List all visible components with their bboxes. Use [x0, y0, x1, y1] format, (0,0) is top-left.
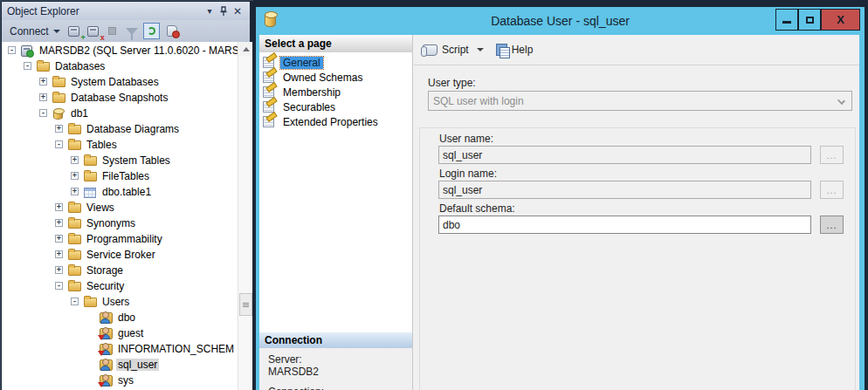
- login-name-input[interactable]: sql_user: [438, 181, 811, 199]
- tree-item-sql-user[interactable]: sql_user: [2, 357, 239, 373]
- tree-item-label: dbo.table1: [100, 186, 153, 198]
- object-explorer-title: Object Explorer: [7, 5, 203, 17]
- minimize-button[interactable]: [775, 9, 798, 31]
- tree-item-system-tables[interactable]: +System Tables: [2, 153, 239, 168]
- tree-item-programmability[interactable]: +Programmability: [2, 231, 239, 247]
- expand-icon[interactable]: +: [55, 235, 63, 243]
- tree-item-system-databases[interactable]: +System Databases: [2, 74, 239, 90]
- folder-icon: [68, 140, 81, 150]
- object-explorer-titlebar[interactable]: Object Explorer ▾ ✕: [2, 2, 250, 20]
- default-schema-browse-button[interactable]: ...: [820, 216, 844, 234]
- close-button[interactable]: X: [821, 9, 860, 31]
- page-item-owned-schemas[interactable]: Owned Schemas: [263, 70, 365, 85]
- object-explorer-panel: Object Explorer ▾ ✕ Connect + x -MARSDB2…: [0, 0, 253, 390]
- tree-item-label: Programmability: [85, 233, 164, 245]
- stop-icon: [104, 23, 121, 39]
- database-icon: [265, 12, 276, 27]
- expand-icon[interactable]: +: [39, 78, 47, 86]
- tree-item-storage[interactable]: +Storage: [2, 263, 239, 278]
- refresh-icon[interactable]: [142, 23, 162, 39]
- collapse-icon[interactable]: -: [55, 282, 63, 290]
- pin-icon[interactable]: [217, 5, 231, 17]
- tree-item-service-broker[interactable]: +Service Broker: [2, 247, 239, 263]
- tree-item-information-schem[interactable]: INFORMATION_SCHEM: [2, 341, 239, 357]
- select-page-pane: Select a page GeneralOwned SchemasMember…: [259, 35, 413, 390]
- tree-item-users[interactable]: -Users: [2, 294, 239, 310]
- scrollbar-thumb[interactable]: [239, 293, 252, 316]
- script-button[interactable]: Script: [423, 44, 484, 56]
- tree-item-marsdb2-sql-server-11-0-6020-marsd[interactable]: -MARSDB2 (SQL Server 11.0.6020 - MARSD: [2, 43, 239, 58]
- tree-item-label: dbo: [116, 311, 137, 324]
- collapse-icon[interactable]: -: [55, 140, 63, 148]
- tree-item-guest[interactable]: guest: [2, 325, 239, 341]
- help-icon: [496, 44, 507, 56]
- scrollbar-up-icon[interactable]: [239, 42, 252, 56]
- page-icon: [263, 57, 274, 68]
- expand-icon[interactable]: +: [71, 188, 79, 195]
- tree-item-filetables[interactable]: +FileTables: [2, 168, 239, 184]
- script-dropdown-icon[interactable]: [477, 48, 484, 51]
- filter-icon[interactable]: [123, 23, 141, 39]
- expand-icon[interactable]: +: [39, 93, 47, 101]
- tree-item-label: Database Snapshots: [69, 92, 169, 104]
- dialog-titlebar[interactable]: Database User - sql_user: [256, 7, 865, 35]
- expand-icon[interactable]: +: [71, 156, 79, 164]
- help-button[interactable]: Help: [496, 44, 534, 56]
- server-icon: [21, 45, 32, 57]
- database-user-dialog: Database User - sql_user X Select a page…: [256, 7, 865, 390]
- page-item-extended-properties[interactable]: Extended Properties: [263, 114, 381, 129]
- connection-info: Server: MARSDB2 Connection:: [259, 348, 412, 390]
- expand-icon[interactable]: +: [55, 203, 63, 211]
- user-type-select[interactable]: SQL user with login: [428, 91, 852, 111]
- tree-item-label: System Tables: [100, 154, 172, 167]
- tree-item-databases[interactable]: -Databases: [2, 58, 239, 74]
- connect-button[interactable]: Connect: [6, 23, 64, 40]
- expand-icon[interactable]: +: [71, 172, 79, 180]
- select-page-header: Select a page: [259, 35, 412, 52]
- tree-item-tables[interactable]: -Tables: [2, 137, 239, 153]
- connect-server-icon[interactable]: +: [65, 23, 83, 39]
- user-name-label: User name:: [439, 133, 493, 145]
- default-schema-label: Default schema:: [439, 202, 515, 215]
- tree-item-label: Database Diagrams: [85, 123, 181, 135]
- tree-item-db1[interactable]: -db1: [2, 106, 239, 121]
- tree-scrollbar[interactable]: [238, 42, 252, 390]
- object-explorer-toolbar: Connect + x: [2, 20, 250, 42]
- tree-item-label: Storage: [85, 264, 125, 277]
- user-type-value: SQL user with login: [433, 95, 524, 107]
- expand-icon[interactable]: +: [55, 219, 63, 227]
- collapse-icon[interactable]: -: [39, 109, 47, 117]
- tree-item-security[interactable]: -Security: [2, 278, 239, 294]
- screen: Object Explorer ▾ ✕ Connect + x -MARSDB2…: [0, 0, 868, 390]
- tree-item-views[interactable]: +Views: [2, 200, 239, 216]
- disconnect-server-icon[interactable]: x: [85, 23, 102, 39]
- server-value: MARSDB2: [268, 366, 412, 378]
- maximize-button[interactable]: [798, 9, 821, 31]
- collapse-icon[interactable]: -: [24, 62, 31, 70]
- tree-item-dbo-table1[interactable]: +dbo.table1: [2, 184, 239, 200]
- collapse-icon[interactable]: -: [71, 298, 79, 305]
- folder-icon: [84, 156, 97, 166]
- folder-icon: [68, 266, 81, 276]
- folder-icon: [68, 203, 81, 213]
- window-position-icon[interactable]: ▾: [203, 5, 217, 17]
- tree-item-database-diagrams[interactable]: +Database Diagrams: [2, 121, 239, 137]
- server-label: Server:: [268, 353, 412, 366]
- tree-item-label: MARSDB2 (SQL Server 11.0.6020 - MARSD: [38, 44, 239, 57]
- script-report-icon[interactable]: [163, 23, 181, 39]
- tree-item-database-snapshots[interactable]: +Database Snapshots: [2, 90, 239, 106]
- tree-item-synonyms[interactable]: +Synonyms: [2, 216, 239, 231]
- expand-icon[interactable]: +: [55, 125, 63, 133]
- collapse-icon[interactable]: -: [8, 46, 16, 54]
- tree-item-dbo[interactable]: dbo: [2, 310, 239, 325]
- connection-label: Connection:: [268, 386, 412, 390]
- tree-item-label: Users: [100, 296, 131, 308]
- page-item-label: Membership: [280, 86, 343, 99]
- dialog-body: Select a page GeneralOwned SchemasMember…: [259, 35, 859, 390]
- default-schema-input[interactable]: dbo: [438, 216, 811, 234]
- close-panel-icon[interactable]: ✕: [231, 5, 245, 17]
- user-name-input[interactable]: sql_user: [438, 146, 811, 164]
- expand-icon[interactable]: +: [55, 250, 63, 258]
- expand-icon[interactable]: +: [55, 266, 63, 274]
- tree-item-sys[interactable]: sys: [2, 373, 239, 388]
